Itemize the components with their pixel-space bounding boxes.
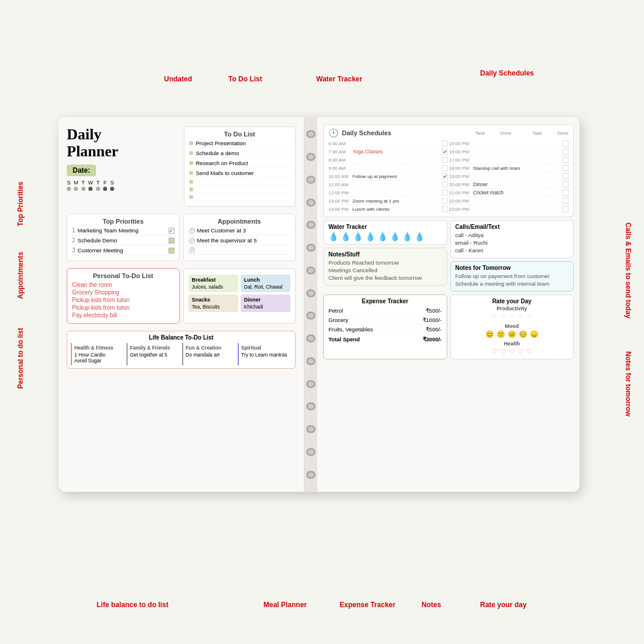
- outer-container: Undated To Do List Water Tracker Daily S…: [0, 0, 644, 644]
- ds-header: 🕐 Daily Schedules Task Done Task Done: [328, 128, 568, 138]
- rate-title: Rate your Day: [455, 298, 569, 304]
- todo-item-7: [189, 195, 291, 201]
- expense-title: Expense Tracker: [328, 298, 442, 304]
- todo-item-3: Research on Product: [189, 160, 291, 168]
- personal-item-4: Pickup kids from tuton: [72, 304, 174, 311]
- todo-item-4: Send Mails to customer: [189, 170, 291, 178]
- expense-tracker-box: Expense Tracker Petrol ₹500/- Grocery ₹1…: [323, 294, 447, 359]
- ds-right-col: 15:00 PM 16:00 PM 17:00 PM 18:00 PMStand…: [449, 140, 568, 213]
- life-balance-title: Life Balance To-Do List: [71, 334, 292, 341]
- annotation-todo-list: To Do List: [228, 75, 262, 83]
- personal-item-5: Pay electricity bill: [72, 312, 174, 318]
- expense-total: Total Spend ₹3000/-: [328, 334, 442, 342]
- day-f: F: [103, 180, 107, 191]
- priorities-title: Top Priorities: [72, 218, 174, 225]
- lb-fun-cell: Fun & Creation Do mandala art: [182, 343, 236, 365]
- lb-family-cell: Family & Friends Get together at 5: [126, 343, 180, 365]
- todo-section: To Do List Project Presentation Schedule…: [184, 126, 296, 207]
- left-page: Daily Planner Date: S M T W T F S: [59, 117, 304, 492]
- date-row: Date:: [67, 165, 179, 176]
- water-tracker-title: Water Tracker: [328, 224, 442, 230]
- expense-item-2: Grocery ₹1000/-: [328, 316, 442, 325]
- day-w: W: [88, 180, 94, 191]
- ds-left-col: 6:00 AM 7:00 AMYoga Classes 8:00 AM 9:00…: [328, 140, 448, 213]
- mood-label: Mood: [455, 323, 569, 329]
- personal-item-1: Clean the room: [72, 282, 174, 288]
- date-box: Date:: [67, 165, 96, 176]
- planner-title: Daily Planner: [67, 126, 179, 160]
- notes-stuff-box: Notes/Stuff Products Reached tomorrow Me…: [323, 248, 447, 286]
- personal-item-2: Grocery Shopping: [72, 289, 174, 296]
- todo-item-6: [189, 187, 291, 193]
- snacks-cell: Snacks Tea, Biscuits: [189, 294, 238, 312]
- water-drops: 💧 💧 💧 💧 💧 💧 💧 💧: [328, 232, 442, 241]
- annotation-expense-tracker: Expense Tracker: [340, 601, 395, 609]
- notes-stuff-title: Notes/Stuff: [328, 251, 442, 258]
- ce-item-1: call - Aditya: [455, 232, 569, 238]
- annotation-notes-tomorrow: Notes for tomorrow: [624, 351, 632, 416]
- day-t2: T: [96, 180, 100, 191]
- ds-title: Daily Schedules: [342, 129, 391, 136]
- annotation-rate-day: Rate your day: [480, 601, 526, 609]
- day-s: S: [67, 180, 71, 191]
- life-balance-grid: Health & Fitness 1 Hour Cardio Avoid Sug…: [71, 343, 292, 365]
- personal-todo-box: Personal To-Do List Clean the room Groce…: [67, 268, 180, 324]
- ds-columns: 6:00 AM 7:00 AMYoga Classes 8:00 AM 9:00…: [328, 140, 568, 213]
- notes-item-3: Client will give the feedback tomorrow: [328, 275, 442, 281]
- todo-item-1: Project Presentation: [189, 140, 291, 148]
- todo-item-5: [189, 180, 291, 186]
- expense-item-3: Fruits, Vegetables ₹500/-: [328, 325, 442, 334]
- mood-faces: 😊🙂😐😔😞: [455, 330, 569, 338]
- meal-grid: Breakfast Juices, salads Lunch Dal, Roti…: [189, 275, 291, 312]
- appt-2: 🕐 Meet the supervisor at 5: [189, 237, 291, 245]
- planner-book: Daily Planner Date: S M T W T F S: [59, 117, 580, 492]
- appointments-title: Appointments: [189, 218, 291, 225]
- day-t1: T: [81, 180, 85, 191]
- lb-spiritual-cell: Spiritual Try to Learn mantras: [238, 343, 292, 365]
- productivity-label: Productivity: [455, 306, 569, 311]
- appt-3: 🕐: [189, 247, 291, 255]
- appt-1: 🕐 Meet Customer at 3: [189, 227, 291, 235]
- notes-item-1: Products Reached tomorrow: [328, 259, 442, 266]
- health-label: Health: [455, 341, 569, 347]
- annotation-notes: Notes: [422, 601, 441, 609]
- annotation-personal-todo: Personal to do list: [16, 328, 25, 389]
- calls-email-title: Calls/Email/Text: [455, 224, 569, 230]
- day-m: M: [74, 180, 78, 191]
- annotation-calls-emails: Calls & Emails to send today: [624, 222, 632, 318]
- lunch-cell: Lunch Dal, Roti, Chawal: [241, 275, 290, 292]
- spiral-binding: [304, 117, 317, 492]
- annotation-undated: Undated: [164, 75, 192, 83]
- rate-your-day-box: Rate your Day Productivity ☆☆☆☆☆ Mood 😊🙂…: [450, 294, 574, 359]
- right-page: 🕐 Daily Schedules Task Done Task Done 6:…: [317, 117, 580, 492]
- annotation-top-priorities: Top Priorities: [16, 181, 25, 226]
- nt-item-1: Follow up on payement from customer: [455, 273, 569, 279]
- right-middle-row: Water Tracker 💧 💧 💧 💧 💧 💧 💧 💧: [323, 220, 574, 292]
- annotation-appointments: Appointments: [16, 252, 25, 299]
- title-area: Daily Planner Date: S M T W T F S: [67, 126, 179, 210]
- nt-item-2: Schedule a meeting with internal team: [455, 280, 569, 287]
- ce-item-3: call - Karen: [455, 247, 569, 254]
- water-tracker-box: Water Tracker 💧 💧 💧 💧 💧 💧 💧 💧: [323, 220, 447, 245]
- health-hearts: ♡♡♡♡♡: [455, 348, 569, 356]
- appointments-box: Appointments 🕐 Meet Customer at 3 🕐 Meet…: [183, 214, 296, 261]
- daily-schedule-box: 🕐 Daily Schedules Task Done Task Done 6:…: [323, 124, 574, 217]
- priority-3: 3 Customer Meeting: [72, 247, 174, 255]
- days-row: S M T W T F S: [67, 180, 179, 191]
- life-balance-box: Life Balance To-Do List Health & Fitness…: [67, 331, 296, 369]
- calls-email-box: Calls/Email/Text call - Aditya email - R…: [450, 220, 574, 258]
- personal-item-3: Pickup kids from tuton: [72, 297, 174, 303]
- dinner-cell: Dinner Khichadi: [241, 294, 290, 312]
- annotation-daily-schedules: Daily Schedules: [480, 69, 534, 77]
- expense-item-1: Petrol ₹500/-: [328, 306, 442, 316]
- day-s2: S: [110, 180, 114, 191]
- priority-1: 1 Marketing Team Meeting ✓: [72, 227, 174, 235]
- lb-health-cell: Health & Fitness 1 Hour Cardio Avoid Sug…: [71, 343, 125, 365]
- productivity-stars: ☆☆☆☆☆: [455, 313, 569, 321]
- notes-item-2: Meetings Cancelled: [328, 267, 442, 273]
- notes-tomorrow-box: Notes for Tomorrow Follow up on payement…: [450, 261, 574, 292]
- priority-2: 2 Schedule Demo: [72, 237, 174, 245]
- annotation-life-balance: Life balance to do list: [97, 601, 169, 609]
- meal-planner-box: Breakfast Juices, salads Lunch Dal, Roti…: [183, 268, 296, 324]
- personal-todo-title: Personal To-Do List: [72, 272, 174, 279]
